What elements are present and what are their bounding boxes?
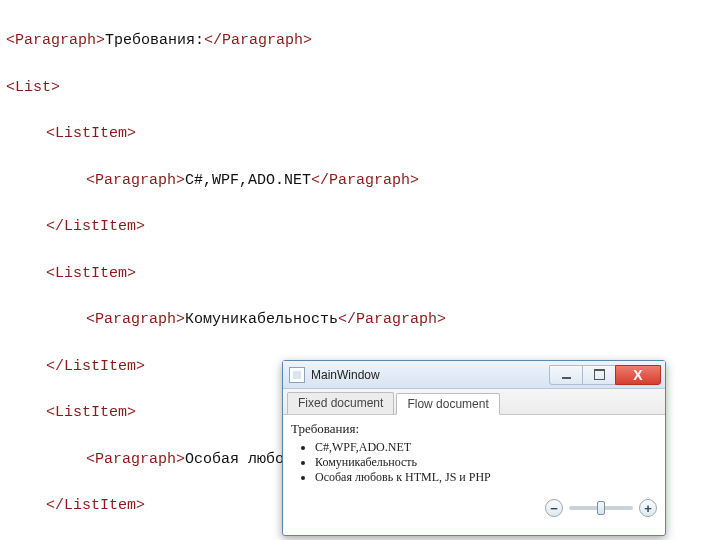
code-text-item2: Комуникабельность xyxy=(185,311,338,328)
tag-paragraph-close: </Paragraph> xyxy=(204,32,312,49)
window-buttons: X xyxy=(550,365,661,385)
tab-flow-document[interactable]: Flow document xyxy=(396,393,499,415)
tag-list-open: <List> xyxy=(6,79,60,96)
close-button[interactable]: X xyxy=(615,365,661,385)
tag-paragraph-close: </Paragraph> xyxy=(338,311,446,328)
zoom-slider[interactable] xyxy=(569,506,633,510)
tag-listitem-open: <ListItem> xyxy=(46,125,136,142)
code-text-title: Требования: xyxy=(105,32,204,49)
zoom-slider-thumb[interactable] xyxy=(597,501,605,515)
requirements-title: Требования: xyxy=(291,421,657,437)
main-window: MainWindow X Fixed document Flow documen… xyxy=(282,360,666,536)
minimize-button[interactable] xyxy=(549,365,583,385)
tag-listitem-open: <ListItem> xyxy=(46,265,136,282)
flow-document-area: Требования: C#,WPF,ADO.NET Комуникабельн… xyxy=(283,415,665,521)
list-item: C#,WPF,ADO.NET xyxy=(315,440,657,455)
tag-listitem-open: <ListItem> xyxy=(46,404,136,421)
tag-listitem-close: </ListItem> xyxy=(46,497,145,514)
list-item: Особая любовь к HTML, JS и PHP xyxy=(315,470,657,485)
tag-paragraph-close: </Paragraph> xyxy=(311,172,419,189)
window-title: MainWindow xyxy=(311,368,550,382)
tag-listitem-close: </ListItem> xyxy=(46,218,145,235)
tag-paragraph-open: <Paragraph> xyxy=(6,32,105,49)
title-bar[interactable]: MainWindow X xyxy=(283,361,665,389)
tag-paragraph-open: <Paragraph> xyxy=(86,451,185,468)
list-item: Комуникабельность xyxy=(315,455,657,470)
tag-paragraph-open: <Paragraph> xyxy=(86,311,185,328)
maximize-button[interactable] xyxy=(582,365,616,385)
tab-strip: Fixed document Flow document xyxy=(283,389,665,415)
requirements-list: C#,WPF,ADO.NET Комуникабельность Особая … xyxy=(315,440,657,485)
tag-paragraph-open: <Paragraph> xyxy=(86,172,185,189)
tab-fixed-document[interactable]: Fixed document xyxy=(287,392,394,414)
zoom-in-button[interactable]: + xyxy=(639,499,657,517)
zoom-out-button[interactable]: − xyxy=(545,499,563,517)
code-text-item1: C#,WPF,ADO.NET xyxy=(185,172,311,189)
tag-listitem-close: </ListItem> xyxy=(46,358,145,375)
zoom-bar: − + xyxy=(545,499,657,517)
app-icon xyxy=(289,367,305,383)
